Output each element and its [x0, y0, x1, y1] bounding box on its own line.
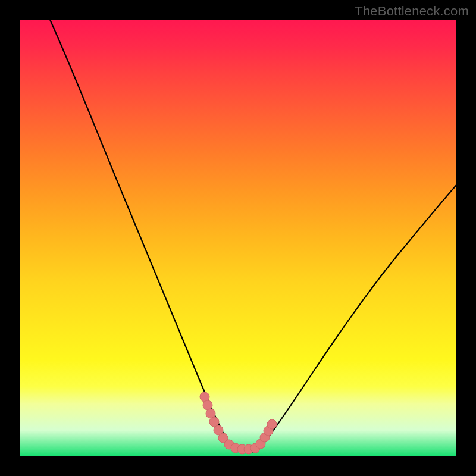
marker-dot [267, 419, 277, 429]
bottleneck-curve [50, 20, 456, 453]
marker-cluster [200, 392, 277, 454]
chart-svg [20, 20, 456, 456]
watermark-text: TheBottleneck.com [355, 4, 469, 19]
marker-dot [209, 417, 219, 427]
chart-frame: TheBottleneck.com [0, 0, 476, 476]
plot-area [20, 20, 456, 456]
